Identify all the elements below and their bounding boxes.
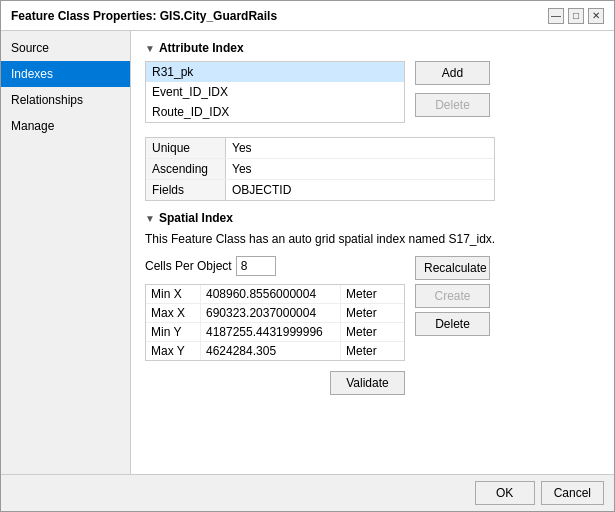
prop-label-fields: Fields [146, 180, 226, 200]
spatial-delete-button[interactable]: Delete [415, 312, 490, 336]
title-bar: Feature Class Properties: GIS.City_Guard… [1, 1, 614, 31]
validate-row: Validate [145, 371, 405, 399]
spatial-label-maxx: Max X [146, 304, 201, 322]
attr-buttons: Add Delete [415, 61, 490, 121]
sidebar-item-manage[interactable]: Manage [1, 113, 130, 139]
spatial-row-maxy: Max Y 4624284.305 Meter [146, 342, 404, 360]
sidebar: Source Indexes Relationships Manage [1, 31, 131, 474]
chevron-icon: ▼ [145, 43, 155, 54]
window-title: Feature Class Properties: GIS.City_Guard… [11, 9, 277, 23]
validate-button[interactable]: Validate [330, 371, 405, 395]
create-button[interactable]: Create [415, 284, 490, 308]
minimize-button[interactable]: — [548, 8, 564, 24]
close-button[interactable]: ✕ [588, 8, 604, 24]
attribute-index-header: ▼ Attribute Index [145, 41, 600, 55]
index-list: R31_pk Event_ID_IDX Route_ID_IDX [145, 61, 405, 123]
cells-input[interactable] [236, 256, 276, 276]
restore-button[interactable]: □ [568, 8, 584, 24]
cancel-button[interactable]: Cancel [541, 481, 604, 505]
spatial-grid-table: Min X 408960.8556000004 Meter Max X 6903… [145, 284, 405, 361]
index-item-routeid[interactable]: Route_ID_IDX [146, 102, 404, 122]
prop-row-unique: Unique Yes [146, 138, 494, 159]
attribute-index-label: Attribute Index [159, 41, 244, 55]
attribute-index-area: R31_pk Event_ID_IDX Route_ID_IDX Add Del… [145, 61, 600, 131]
title-controls: — □ ✕ [548, 8, 604, 24]
spatial-unit-miny: Meter [341, 323, 396, 341]
sidebar-item-relationships[interactable]: Relationships [1, 87, 130, 113]
prop-value-unique: Yes [226, 138, 258, 158]
content-area: Source Indexes Relationships Manage ▼ At… [1, 31, 614, 474]
spatial-label-maxy: Max Y [146, 342, 201, 360]
main-window: Feature Class Properties: GIS.City_Guard… [0, 0, 615, 512]
index-item-r31pk[interactable]: R31_pk [146, 62, 404, 82]
spatial-index-section: ▼ Spatial Index This Feature Class has a… [145, 211, 600, 399]
spatial-value-maxy: 4624284.305 [201, 342, 341, 360]
delete-index-button[interactable]: Delete [415, 93, 490, 117]
spatial-row-maxx: Max X 690323.2037000004 Meter [146, 304, 404, 323]
ok-button[interactable]: OK [475, 481, 535, 505]
prop-row-ascending: Ascending Yes [146, 159, 494, 180]
spatial-index-desc: This Feature Class has an auto grid spat… [145, 231, 600, 248]
spatial-index-header: ▼ Spatial Index [145, 211, 600, 225]
cells-label: Cells Per Object [145, 259, 232, 273]
spatial-index-label: Spatial Index [159, 211, 233, 225]
spatial-unit-maxx: Meter [341, 304, 396, 322]
prop-label-unique: Unique [146, 138, 226, 158]
spatial-label-minx: Min X [146, 285, 201, 303]
prop-value-fields: OBJECTID [226, 180, 297, 200]
index-item-eventid[interactable]: Event_ID_IDX [146, 82, 404, 102]
spatial-value-miny: 4187255.4431999996 [201, 323, 341, 341]
footer-buttons: OK Cancel [1, 474, 614, 511]
add-index-button[interactable]: Add [415, 61, 490, 85]
spatial-left: Cells Per Object Min X 408960.8556000004… [145, 256, 405, 399]
spatial-value-minx: 408960.8556000004 [201, 285, 341, 303]
prop-label-ascending: Ascending [146, 159, 226, 179]
cells-per-object-row: Cells Per Object [145, 256, 405, 276]
spatial-value-maxx: 690323.2037000004 [201, 304, 341, 322]
recalculate-button[interactable]: Recalculate [415, 256, 490, 280]
spatial-row-minx: Min X 408960.8556000004 Meter [146, 285, 404, 304]
spatial-unit-minx: Meter [341, 285, 396, 303]
index-properties-table: Unique Yes Ascending Yes Fields OBJECTID [145, 137, 495, 201]
prop-row-fields: Fields OBJECTID [146, 180, 494, 200]
sidebar-item-indexes[interactable]: Indexes [1, 61, 130, 87]
spatial-unit-maxy: Meter [341, 342, 396, 360]
spatial-row-miny: Min Y 4187255.4431999996 Meter [146, 323, 404, 342]
spatial-buttons: Recalculate Create Delete [415, 256, 490, 340]
sidebar-item-source[interactable]: Source [1, 35, 130, 61]
spatial-label-miny: Min Y [146, 323, 201, 341]
prop-value-ascending: Yes [226, 159, 258, 179]
spatial-main-area: Cells Per Object Min X 408960.8556000004… [145, 256, 600, 399]
spatial-chevron-icon: ▼ [145, 213, 155, 224]
main-panel: ▼ Attribute Index R31_pk Event_ID_IDX Ro… [131, 31, 614, 474]
